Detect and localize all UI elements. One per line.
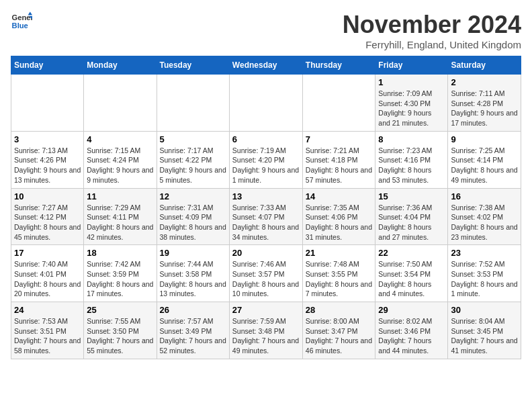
day-info: Sunrise: 7:48 AM Sunset: 3:55 PM Dayligh…: [306, 259, 373, 299]
header-row: Sunday Monday Tuesday Wednesday Thursday…: [11, 56, 521, 75]
calendar-week-4: 17Sunrise: 7:40 AM Sunset: 4:01 PM Dayli…: [11, 245, 521, 302]
day-info: Sunrise: 7:09 AM Sunset: 4:30 PM Dayligh…: [378, 89, 445, 128]
day-number: 21: [306, 248, 373, 258]
day-info: Sunrise: 7:15 AM Sunset: 4:24 PM Dayligh…: [87, 146, 153, 185]
day-number: 10: [14, 191, 81, 201]
day-info: Sunrise: 7:50 AM Sunset: 3:54 PM Dayligh…: [378, 259, 445, 299]
calendar-body: 1Sunrise: 7:09 AM Sunset: 4:30 PM Daylig…: [11, 75, 521, 359]
page-header: General Blue November 2024 Ferryhill, En…: [11, 11, 521, 50]
title-area: November 2024 Ferryhill, England, United…: [343, 11, 521, 50]
day-info: Sunrise: 8:02 AM Sunset: 3:46 PM Dayligh…: [378, 316, 445, 356]
calendar-cell: [84, 75, 157, 132]
header-monday: Monday: [84, 56, 157, 75]
calendar-cell: 8Sunrise: 7:23 AM Sunset: 4:16 PM Daylig…: [375, 131, 448, 188]
calendar-cell: 22Sunrise: 7:50 AM Sunset: 3:54 PM Dayli…: [375, 245, 448, 302]
day-info: Sunrise: 7:27 AM Sunset: 4:12 PM Dayligh…: [14, 203, 81, 242]
day-number: 4: [87, 134, 153, 144]
header-thursday: Thursday: [302, 56, 375, 75]
day-info: Sunrise: 7:13 AM Sunset: 4:26 PM Dayligh…: [14, 146, 81, 185]
day-number: 19: [160, 248, 226, 258]
day-info: Sunrise: 7:25 AM Sunset: 4:14 PM Dayligh…: [451, 146, 518, 185]
day-number: 13: [232, 191, 300, 201]
day-number: 23: [451, 248, 518, 258]
day-info: Sunrise: 7:29 AM Sunset: 4:11 PM Dayligh…: [87, 203, 153, 242]
day-number: 20: [232, 248, 300, 258]
day-number: 11: [87, 191, 153, 201]
day-info: Sunrise: 7:59 AM Sunset: 3:48 PM Dayligh…: [232, 316, 300, 356]
day-number: 1: [378, 77, 445, 87]
day-number: 6: [232, 134, 300, 144]
calendar-cell: 30Sunrise: 8:04 AM Sunset: 3:45 PM Dayli…: [448, 302, 521, 359]
day-info: Sunrise: 7:53 AM Sunset: 3:51 PM Dayligh…: [14, 316, 81, 356]
calendar-cell: [157, 75, 229, 132]
day-number: 9: [451, 134, 518, 144]
day-number: 14: [306, 191, 373, 201]
day-info: Sunrise: 7:52 AM Sunset: 3:53 PM Dayligh…: [451, 259, 518, 299]
day-number: 15: [378, 191, 445, 201]
calendar-cell: 15Sunrise: 7:36 AM Sunset: 4:04 PM Dayli…: [375, 188, 448, 245]
calendar-cell: 20Sunrise: 7:46 AM Sunset: 3:57 PM Dayli…: [229, 245, 302, 302]
calendar-cell: [302, 75, 375, 132]
day-info: Sunrise: 7:36 AM Sunset: 4:04 PM Dayligh…: [378, 203, 445, 242]
svg-text:Blue: Blue: [12, 21, 28, 30]
header-saturday: Saturday: [448, 56, 521, 75]
calendar-cell: 14Sunrise: 7:35 AM Sunset: 4:06 PM Dayli…: [302, 188, 375, 245]
day-info: Sunrise: 7:23 AM Sunset: 4:16 PM Dayligh…: [378, 146, 445, 185]
day-number: 26: [160, 305, 226, 315]
calendar-cell: 13Sunrise: 7:33 AM Sunset: 4:07 PM Dayli…: [229, 188, 302, 245]
day-info: Sunrise: 8:00 AM Sunset: 3:47 PM Dayligh…: [306, 316, 373, 356]
calendar-cell: 23Sunrise: 7:52 AM Sunset: 3:53 PM Dayli…: [448, 245, 521, 302]
logo-icon: General Blue: [11, 11, 32, 32]
header-tuesday: Tuesday: [157, 56, 229, 75]
day-info: Sunrise: 7:40 AM Sunset: 4:01 PM Dayligh…: [14, 259, 81, 299]
day-info: Sunrise: 7:11 AM Sunset: 4:28 PM Dayligh…: [451, 89, 518, 128]
calendar-cell: [229, 75, 302, 132]
day-number: 5: [160, 134, 226, 144]
day-number: 25: [87, 305, 153, 315]
calendar-cell: 12Sunrise: 7:31 AM Sunset: 4:09 PM Dayli…: [157, 188, 229, 245]
day-info: Sunrise: 7:19 AM Sunset: 4:20 PM Dayligh…: [232, 146, 300, 185]
day-number: 16: [451, 191, 518, 201]
calendar-cell: 9Sunrise: 7:25 AM Sunset: 4:14 PM Daylig…: [448, 131, 521, 188]
calendar-cell: 2Sunrise: 7:11 AM Sunset: 4:28 PM Daylig…: [448, 75, 521, 132]
day-info: Sunrise: 7:46 AM Sunset: 3:57 PM Dayligh…: [232, 259, 300, 299]
day-number: 2: [451, 77, 518, 87]
day-info: Sunrise: 8:04 AM Sunset: 3:45 PM Dayligh…: [451, 316, 518, 356]
day-number: 17: [14, 248, 81, 258]
header-friday: Friday: [375, 56, 448, 75]
location: Ferryhill, England, United Kingdom: [343, 39, 521, 50]
day-info: Sunrise: 7:35 AM Sunset: 4:06 PM Dayligh…: [306, 203, 373, 242]
calendar-cell: 29Sunrise: 8:02 AM Sunset: 3:46 PM Dayli…: [375, 302, 448, 359]
day-info: Sunrise: 7:31 AM Sunset: 4:09 PM Dayligh…: [160, 203, 226, 242]
day-number: 22: [378, 248, 445, 258]
calendar-cell: 1Sunrise: 7:09 AM Sunset: 4:30 PM Daylig…: [375, 75, 448, 132]
calendar-cell: 21Sunrise: 7:48 AM Sunset: 3:55 PM Dayli…: [302, 245, 375, 302]
calendar-week-1: 1Sunrise: 7:09 AM Sunset: 4:30 PM Daylig…: [11, 75, 521, 132]
day-number: 24: [14, 305, 81, 315]
day-info: Sunrise: 7:42 AM Sunset: 3:59 PM Dayligh…: [87, 259, 153, 299]
calendar-table: Sunday Monday Tuesday Wednesday Thursday…: [11, 56, 521, 359]
header-sunday: Sunday: [11, 56, 84, 75]
calendar-cell: 4Sunrise: 7:15 AM Sunset: 4:24 PM Daylig…: [84, 131, 157, 188]
day-number: 8: [378, 134, 445, 144]
calendar-cell: [11, 75, 84, 132]
day-info: Sunrise: 7:17 AM Sunset: 4:22 PM Dayligh…: [160, 146, 226, 185]
day-number: 29: [378, 305, 445, 315]
calendar-cell: 3Sunrise: 7:13 AM Sunset: 4:26 PM Daylig…: [11, 131, 84, 188]
day-number: 3: [14, 134, 81, 144]
day-number: 28: [306, 305, 373, 315]
calendar-cell: 16Sunrise: 7:38 AM Sunset: 4:02 PM Dayli…: [448, 188, 521, 245]
day-info: Sunrise: 7:38 AM Sunset: 4:02 PM Dayligh…: [451, 203, 518, 242]
calendar-cell: 5Sunrise: 7:17 AM Sunset: 4:22 PM Daylig…: [157, 131, 229, 188]
calendar-cell: 24Sunrise: 7:53 AM Sunset: 3:51 PM Dayli…: [11, 302, 84, 359]
day-number: 7: [306, 134, 373, 144]
day-info: Sunrise: 7:21 AM Sunset: 4:18 PM Dayligh…: [306, 146, 373, 185]
calendar-cell: 25Sunrise: 7:55 AM Sunset: 3:50 PM Dayli…: [84, 302, 157, 359]
logo: General Blue: [11, 11, 32, 32]
calendar-week-3: 10Sunrise: 7:27 AM Sunset: 4:12 PM Dayli…: [11, 188, 521, 245]
calendar-cell: 18Sunrise: 7:42 AM Sunset: 3:59 PM Dayli…: [84, 245, 157, 302]
calendar-cell: 10Sunrise: 7:27 AM Sunset: 4:12 PM Dayli…: [11, 188, 84, 245]
day-number: 12: [160, 191, 226, 201]
calendar-cell: 17Sunrise: 7:40 AM Sunset: 4:01 PM Dayli…: [11, 245, 84, 302]
calendar-week-5: 24Sunrise: 7:53 AM Sunset: 3:51 PM Dayli…: [11, 302, 521, 359]
